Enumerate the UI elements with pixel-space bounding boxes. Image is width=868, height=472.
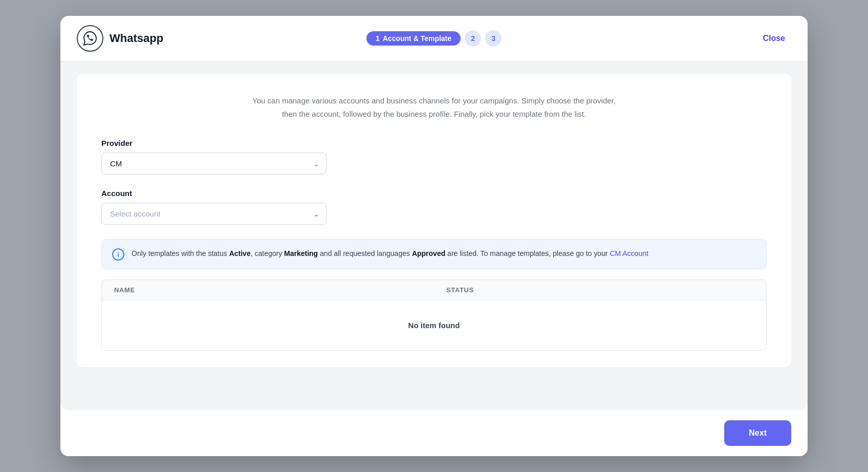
modal-title: Whatsapp — [110, 32, 163, 45]
col-status-header: STATUS — [434, 280, 766, 300]
step-2-number: 2 — [471, 34, 475, 42]
modal-header: Whatsapp 1 Account & Template 2 3 Close — [60, 16, 808, 61]
step-1-label: Account & Template — [383, 34, 451, 42]
table-header: NAME STATUS — [102, 280, 766, 301]
next-button[interactable]: Next — [724, 420, 791, 446]
modal-footer: Next — [60, 410, 808, 456]
col-name-header: NAME — [102, 280, 434, 300]
description-text: You can manage various accounts and busi… — [250, 94, 618, 120]
step-2-inactive: 2 — [465, 30, 481, 47]
account-select[interactable]: Select account — [101, 203, 327, 225]
languages-text: Approved — [412, 249, 445, 258]
table-empty-message: No item found — [102, 301, 766, 350]
info-text: Only templates with the status Active, c… — [132, 248, 648, 259]
provider-label: Provider — [101, 139, 767, 147]
whatsapp-modal: Whatsapp 1 Account & Template 2 3 Close … — [60, 16, 808, 456]
provider-select-wrapper: CM ⌄ — [101, 153, 327, 175]
cm-account-link[interactable]: CM Account — [610, 249, 648, 258]
stepper: 1 Account & Template 2 3 — [366, 30, 502, 47]
step-1-active: 1 Account & Template — [366, 31, 461, 46]
logo-wrapper: Whatsapp — [77, 25, 163, 52]
content-card: You can manage various accounts and busi… — [77, 74, 791, 367]
account-select-wrapper: Select account ⌄ — [101, 203, 327, 225]
step-3-inactive: 3 — [485, 30, 502, 47]
modal-body: You can manage various accounts and busi… — [60, 61, 808, 410]
category-text: Marketing — [284, 249, 318, 258]
step-3-number: 3 — [491, 34, 495, 42]
account-label: Account — [101, 189, 767, 198]
provider-select[interactable]: CM — [101, 153, 327, 175]
step-1-number: 1 — [376, 34, 380, 42]
templates-table: NAME STATUS No item found — [101, 280, 767, 351]
close-button[interactable]: Close — [756, 31, 791, 46]
info-box: i Only templates with the status Active,… — [101, 239, 767, 269]
status-active-text: Active — [229, 249, 251, 258]
whatsapp-logo-icon — [77, 25, 103, 52]
provider-form-group: Provider CM ⌄ — [101, 139, 767, 175]
account-form-group: Account Select account ⌄ — [101, 189, 767, 225]
info-icon: i — [112, 248, 124, 261]
